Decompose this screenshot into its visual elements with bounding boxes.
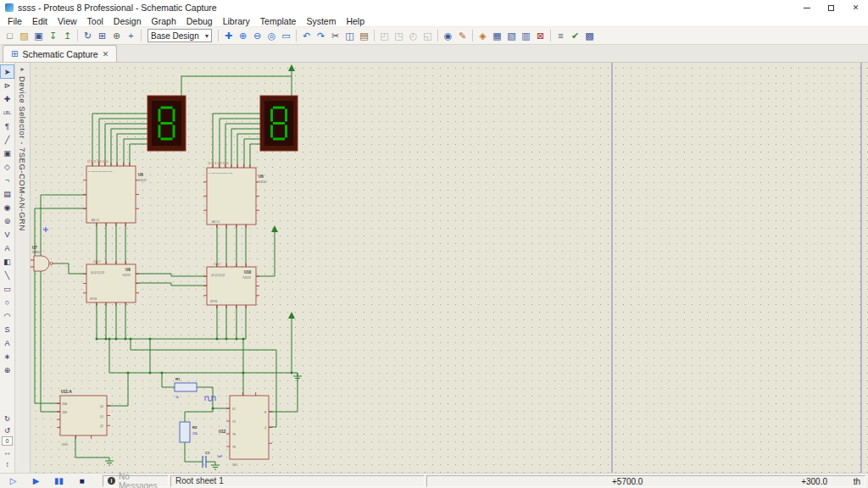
menu-template[interactable]: Template (255, 16, 302, 26)
voltage-probe-mode-icon[interactable]: V (1, 228, 14, 241)
2d-line-mode-icon[interactable]: ╲ (1, 269, 14, 281)
rotation-angle[interactable]: 0 (2, 436, 13, 446)
zoom-all-icon[interactable]: ◎ (264, 29, 279, 43)
tab-schematic-capture[interactable]: ⊞ Schematic Capture ✕ (3, 45, 117, 62)
seven-segment-display-2[interactable] (260, 96, 298, 151)
subcircuit-mode-icon[interactable]: ▣ (1, 147, 14, 159)
close-project-icon[interactable]: ⊠ (533, 29, 548, 43)
block-move-icon[interactable]: ◳ (392, 29, 406, 43)
import-section-icon[interactable]: ↧ (46, 29, 60, 43)
bus-mode-icon[interactable]: ╱ (1, 133, 14, 146)
rotate-clockwise-icon[interactable]: ↻ (1, 413, 14, 424)
open-design-icon[interactable]: ▨ (17, 29, 31, 43)
goto-sheet-icon[interactable]: ▥ (519, 29, 533, 43)
electrical-rule-check-icon[interactable]: ✔ (568, 29, 582, 43)
zoom-out-icon[interactable]: ⊖ (250, 29, 264, 43)
menu-edit[interactable]: Edit (27, 16, 53, 26)
svg-text:NAND: NAND (32, 251, 41, 254)
virtual-instruments-mode-icon[interactable]: ◧ (1, 255, 14, 268)
new-sheet-icon[interactable]: ▦ (490, 29, 504, 43)
pan-icon[interactable]: ✚ (221, 29, 236, 43)
seven-segment-display-1[interactable] (147, 96, 186, 151)
new-design-icon[interactable]: □ (3, 29, 17, 43)
copy-icon[interactable]: ◫ (342, 29, 357, 43)
block-rotate-icon[interactable]: ◴ (406, 29, 420, 43)
device-pin-mode-icon[interactable]: ¬ (1, 174, 14, 186)
sheet-selector-dropdown[interactable]: Base Design▾ (147, 29, 212, 42)
2d-box-mode-icon[interactable]: ▭ (1, 282, 14, 295)
2d-marker-mode-icon[interactable]: ⊕ (1, 363, 14, 376)
junction-dot-mode-icon[interactable]: ✚ (1, 92, 14, 105)
menu-debug[interactable]: Debug (181, 16, 218, 26)
menu-tool[interactable]: Tool (82, 16, 108, 26)
menu-system[interactable]: System (301, 16, 341, 26)
menu-help[interactable]: Help (341, 16, 370, 26)
tape-recorder-mode-icon[interactable]: ◉ (1, 201, 14, 214)
zoom-area-icon[interactable]: ▭ (279, 29, 293, 43)
menu-design[interactable]: Design (108, 16, 147, 26)
component-mode-icon[interactable]: ⊳ (1, 79, 14, 92)
block-copy-icon[interactable]: ◰ (377, 29, 392, 43)
menu-library[interactable]: Library (218, 16, 255, 26)
remove-sheet-icon[interactable]: ▧ (504, 29, 519, 43)
false-origin-icon[interactable]: ⊕ (109, 29, 124, 43)
menu-graph[interactable]: Graph (147, 16, 181, 26)
2d-arc-mode-icon[interactable]: ◠ (1, 309, 14, 322)
toolbar-separator (550, 30, 551, 42)
undo-icon[interactable]: ↶ (299, 29, 314, 43)
menu-view[interactable]: View (53, 16, 82, 26)
svg-text:A B C D: A B C D (92, 219, 99, 222)
2d-circle-mode-icon[interactable]: ○ (1, 296, 14, 308)
wire-label-mode-icon[interactable]: LBL (1, 106, 14, 119)
grid-toggle-icon[interactable]: ⊞ (95, 29, 109, 43)
ground-symbol (105, 458, 114, 465)
schematic-canvas[interactable]: U674247U674247U974192U1074192U7NANDU11:A… (31, 63, 868, 473)
device-selector-strip[interactable]: ▸ Device Selector - 7SEG-COM-AN-GRN (15, 63, 31, 473)
mirror-vertical-icon[interactable]: ↕ (1, 458, 14, 469)
2d-text-mode-icon[interactable]: A (1, 336, 14, 349)
toolbar-separator (437, 30, 438, 42)
resistor-R2[interactable] (180, 422, 190, 442)
make-device-icon[interactable]: ✎ (455, 29, 470, 43)
2d-symbol-mode-icon[interactable]: ∗ (1, 350, 14, 363)
svg-text:R: R (264, 411, 266, 414)
svg-text:QA QB QC QD QE QF QG: QA QB QC QD QE QF QG (88, 170, 113, 173)
block-delete-icon[interactable]: ◱ (420, 29, 435, 43)
sheet-selector-dropdown-value: Base Design (151, 31, 199, 41)
menu-file[interactable]: File (3, 16, 27, 26)
device-selector-collapse-icon[interactable]: ▸ (20, 65, 24, 73)
design-explorer-icon[interactable]: ◈ (476, 29, 490, 43)
stop-button[interactable]: ■ (70, 476, 93, 485)
terminal-mode-icon[interactable]: ◇ (1, 160, 14, 173)
step-button[interactable]: ▶ (25, 476, 47, 485)
paste-icon[interactable]: ▤ (357, 29, 371, 43)
bill-of-materials-icon[interactable]: ≡ (554, 29, 568, 43)
zoom-in-icon[interactable]: ⊕ (236, 29, 250, 43)
restore-button[interactable] (819, 0, 843, 15)
export-section-icon[interactable]: ↥ (60, 29, 75, 43)
netlist-to-pcb-icon[interactable]: ▩ (582, 29, 597, 43)
svg-text:74192: 74192 (122, 274, 131, 277)
save-design-icon[interactable]: ▣ (31, 29, 46, 43)
pick-parts-icon[interactable]: ◉ (441, 29, 455, 43)
graph-mode-icon[interactable]: ▤ (1, 187, 14, 200)
rotate-anticlockwise-icon[interactable]: ↺ (1, 424, 14, 435)
pause-button[interactable]: ▮▮ (47, 476, 70, 485)
redraw-icon[interactable]: ↻ (81, 29, 95, 43)
mirror-horizontal-icon[interactable]: ↔ (1, 446, 14, 458)
svg-text:22k: 22k (192, 432, 198, 435)
resistor-R1[interactable] (175, 383, 197, 391)
current-probe-mode-icon[interactable]: A (1, 241, 14, 254)
2d-path-mode-icon[interactable]: S (1, 323, 14, 336)
tab-close-icon[interactable]: ✕ (103, 50, 109, 58)
text-script-mode-icon[interactable]: ¶ (1, 119, 14, 132)
play-button[interactable]: ▷ (2, 476, 25, 485)
redo-icon[interactable]: ↷ (314, 29, 328, 43)
selection-mode-icon[interactable]: ➤ (1, 65, 14, 78)
center-at-cursor-icon[interactable]: + (124, 29, 138, 43)
close-button[interactable]: ✕ (843, 0, 868, 15)
minimize-button[interactable] (794, 0, 819, 15)
cut-icon[interactable]: ✂ (328, 29, 342, 43)
generator-mode-icon[interactable]: ⊚ (1, 214, 14, 227)
svg-text:U7: U7 (32, 246, 37, 250)
